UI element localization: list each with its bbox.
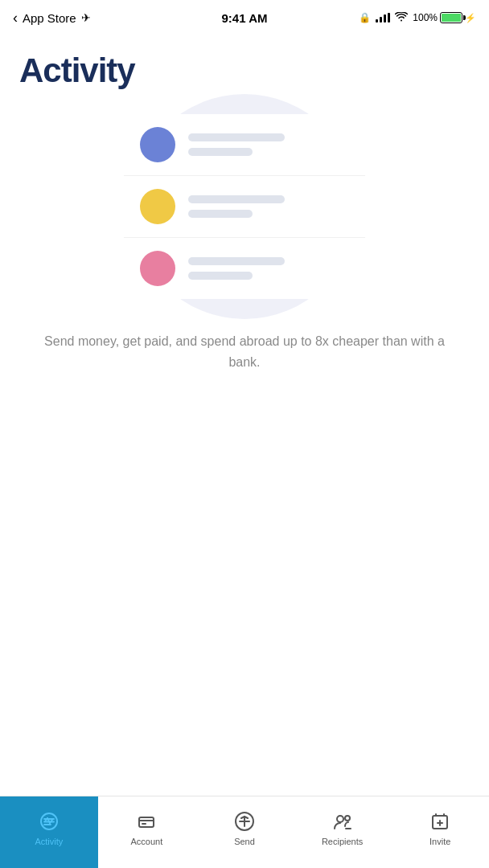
- main-content: Activity: [0, 35, 489, 796]
- card-line: [188, 195, 285, 203]
- wifi-icon: [395, 11, 408, 24]
- signal-bars: [376, 13, 390, 23]
- nav-label-invite: Invite: [429, 837, 450, 846]
- activity-icon: [38, 810, 60, 833]
- activity-cards: [124, 114, 365, 299]
- avatar-pink: [140, 251, 175, 286]
- avatar-yellow: [140, 189, 175, 224]
- status-left: ‹ App Store ✈: [13, 10, 91, 27]
- account-icon: [135, 810, 158, 833]
- nav-item-recipients[interactable]: Recipients: [294, 796, 392, 868]
- card-line: [188, 148, 253, 156]
- status-right: 🔒 100% ⚡: [359, 11, 476, 24]
- avatar-blue: [140, 127, 175, 162]
- card-line: [188, 257, 285, 265]
- back-arrow-icon[interactable]: ‹: [13, 10, 18, 27]
- svg-rect-7: [139, 817, 154, 827]
- description-text: Send money, get paid, and spend abroad u…: [19, 331, 470, 372]
- card-lines-3: [188, 257, 349, 280]
- activity-card-3: [124, 238, 365, 299]
- nav-label-activity: Activity: [35, 837, 63, 846]
- battery-indicator: 100% ⚡: [413, 12, 476, 23]
- status-time: 9:41 AM: [222, 11, 268, 25]
- page-title: Activity: [19, 51, 470, 90]
- card-lines-1: [188, 133, 349, 156]
- back-label: App Store: [23, 11, 76, 25]
- svg-point-13: [337, 816, 343, 822]
- nav-item-account[interactable]: Account: [98, 796, 196, 868]
- card-line: [188, 133, 285, 141]
- battery-percent: 100%: [413, 12, 438, 23]
- bottom-nav: Activity Account Send: [0, 796, 489, 868]
- nav-label-recipients: Recipients: [322, 837, 363, 846]
- card-line: [188, 210, 253, 218]
- lock-icon: 🔒: [359, 12, 371, 23]
- nav-item-invite[interactable]: Invite: [391, 796, 489, 868]
- nav-item-send[interactable]: Send: [195, 796, 294, 868]
- activity-card-1: [124, 114, 365, 176]
- svg-point-14: [345, 816, 350, 821]
- status-bar: ‹ App Store ✈ 9:41 AM 🔒 100% ⚡: [0, 0, 489, 35]
- illustration-container: [19, 114, 470, 299]
- card-lines-2: [188, 195, 349, 218]
- airplane-icon: ✈: [81, 11, 91, 24]
- card-line: [188, 272, 253, 280]
- nav-label-account: Account: [131, 837, 163, 846]
- recipients-icon: [331, 810, 354, 833]
- invite-icon: [429, 810, 451, 833]
- nav-label-send: Send: [234, 837, 255, 846]
- activity-card-2: [124, 176, 365, 238]
- nav-item-activity[interactable]: Activity: [0, 796, 98, 868]
- charging-icon: ⚡: [465, 13, 476, 23]
- send-icon: [233, 810, 256, 833]
